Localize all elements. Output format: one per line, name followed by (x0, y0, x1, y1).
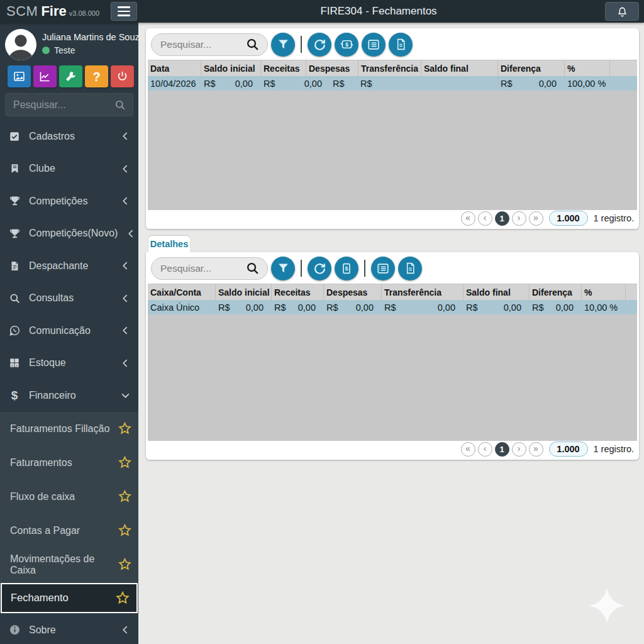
list-view-button[interactable] (371, 257, 395, 280)
help-button[interactable]: ? (85, 65, 108, 87)
cell-diferenca: R$ 0,00 (530, 303, 582, 313)
favorite-star-icon[interactable] (115, 591, 130, 606)
page-size-selector[interactable]: 1.000 (549, 211, 588, 226)
current-page-button[interactable]: 1 (495, 442, 509, 457)
prev-page-button[interactable]: ‹ (478, 442, 492, 457)
report-button[interactable] (398, 257, 422, 280)
chat-icon (9, 325, 21, 336)
column-header-transferencia[interactable]: Transferência (358, 60, 421, 76)
hamburger-icon (118, 6, 130, 8)
favorite-star-icon[interactable] (118, 455, 132, 470)
user-name: Juliana Martins de Souz. (42, 32, 142, 42)
cell-caixa-conta: Caixa Único (148, 303, 216, 313)
search-icon (245, 37, 260, 52)
column-header-percent[interactable]: % (582, 284, 626, 300)
avatar[interactable] (5, 29, 36, 60)
hamburger-menu-button[interactable] (111, 2, 137, 21)
filter-button[interactable] (271, 33, 295, 57)
refresh-button[interactable] (308, 33, 331, 57)
sidebar-item-sobre[interactable]: Sobre (0, 614, 138, 644)
chart-button[interactable] (33, 65, 57, 87)
sidebar-item-comunicacao[interactable]: Comunicação (0, 314, 138, 347)
sidebar-item-competicoes[interactable]: Competições (0, 185, 138, 218)
tab-detalhes[interactable]: Detalhes (148, 236, 190, 252)
column-header-receitas[interactable]: Receitas (261, 60, 306, 76)
column-header-percent[interactable]: % (565, 60, 610, 76)
column-header-diferenca[interactable]: Diferença (530, 284, 582, 300)
currency-prefix: R$ (218, 303, 230, 313)
receipt-dollar-icon: $ (340, 262, 353, 275)
favorite-star-icon[interactable] (118, 421, 132, 436)
column-header-despesas[interactable]: Despesas (306, 60, 358, 76)
submenu-item-contas-a-pagar[interactable]: Contas a Pagar (0, 514, 138, 548)
menu-label: Clube (29, 163, 55, 174)
column-header-saldo-final[interactable]: Saldo final (464, 284, 530, 300)
submenu-item-movimentacoes-de-caixa[interactable]: Movimentações de Caixa (0, 548, 138, 582)
power-button[interactable] (111, 65, 134, 87)
money-transfer-button[interactable]: $ (335, 33, 358, 57)
last-page-button[interactable]: » (529, 211, 543, 226)
person-icon (5, 29, 36, 60)
chevron-left-icon (120, 131, 131, 142)
column-header-despesas[interactable]: Despesas (324, 284, 382, 300)
menu-label: Competições (29, 196, 87, 207)
sidebar-search-input[interactable] (12, 99, 114, 111)
sidebar-item-estoque[interactable]: Estoque (0, 347, 138, 380)
first-page-button[interactable]: « (461, 211, 475, 226)
column-header-saldo-inicial[interactable]: Saldo inicial (216, 284, 272, 300)
notifications-button[interactable] (605, 2, 639, 21)
submenu-label: Fechamento (11, 592, 69, 604)
chevron-left-icon (120, 293, 131, 304)
sidebar-item-cadastros[interactable]: Cadastros (0, 120, 138, 153)
column-header-data[interactable]: Data (148, 60, 201, 76)
submenu-item-faturamentos[interactable]: Faturamentos (0, 446, 138, 480)
sidebar-item-despachante[interactable]: Despachante (0, 250, 138, 282)
image-button[interactable] (8, 65, 31, 87)
sparkle-icon (589, 587, 625, 624)
submenu-item-faturamentos-filiacao[interactable]: Faturamentos Fillação (0, 412, 138, 446)
sidebar-item-financeiro[interactable]: $ Financeiro (0, 379, 138, 412)
cell-value: 0,00 (504, 303, 527, 313)
cell-transferencia: R$ (358, 79, 421, 89)
tools-icon (64, 70, 77, 83)
filter-button[interactable] (271, 257, 295, 280)
page-size-selector[interactable]: 1.000 (549, 441, 588, 457)
details-search-input[interactable] (159, 262, 245, 275)
receipt-button[interactable]: $ (335, 257, 358, 280)
tools-button[interactable] (59, 65, 82, 87)
sidebar-item-consultas[interactable]: Consultas (0, 282, 138, 315)
list-view-button[interactable] (362, 33, 386, 57)
details-pagination: « ‹ 1 › » 1.000 1 registro. (146, 441, 639, 460)
first-page-button[interactable]: « (461, 442, 475, 457)
main-content: $ Data Saldo inicial Receitas Despesas (138, 23, 644, 644)
next-page-button[interactable]: › (512, 211, 526, 226)
column-header-saldo-final[interactable]: Saldo final (421, 60, 498, 76)
trophy-icon (9, 195, 21, 207)
prev-page-button[interactable]: ‹ (478, 211, 492, 226)
column-header-caixa-conta[interactable]: Caixa/Conta (148, 284, 216, 300)
favorite-star-icon[interactable] (118, 523, 132, 538)
current-page-button[interactable]: 1 (495, 211, 509, 226)
next-page-button[interactable]: › (512, 442, 526, 457)
chevron-left-icon (120, 358, 131, 369)
last-page-button[interactable]: » (529, 442, 543, 457)
submenu-item-fechamento-selected[interactable]: Fechamento (1, 583, 138, 613)
details-grid: Caixa/Conta Saldo inicial Receitas Despe… (148, 284, 637, 441)
table-row-selected[interactable]: 10/04/2026 R$ 0,00 R$ 0,00 R$ R$ (148, 76, 637, 91)
sidebar-item-clube[interactable]: Clube (0, 153, 138, 186)
favorite-star-icon[interactable] (118, 489, 132, 504)
chevron-left-icon (120, 625, 131, 635)
menu-label: Cadastros (29, 131, 75, 142)
favorite-star-icon[interactable] (118, 557, 132, 572)
column-header-diferenca[interactable]: Diferença (498, 60, 565, 76)
sidebar-item-competicoes-novo[interactable]: Competições(Novo) (0, 218, 138, 250)
info-icon (9, 624, 21, 636)
table-row-selected[interactable]: Caixa Único R$ 0,00 R$ 0,00 R$ 0,00 R$ 0… (148, 300, 637, 314)
master-search-input[interactable] (159, 38, 245, 51)
column-header-transferencia[interactable]: Transferência (382, 284, 464, 300)
submenu-item-fluxo-de-caixa[interactable]: Fluxo de caixa (0, 480, 138, 514)
column-header-receitas[interactable]: Receitas (272, 284, 324, 300)
report-button[interactable] (389, 33, 413, 57)
refresh-button[interactable] (308, 257, 331, 280)
column-header-saldo-inicial[interactable]: Saldo inicial (201, 60, 261, 76)
